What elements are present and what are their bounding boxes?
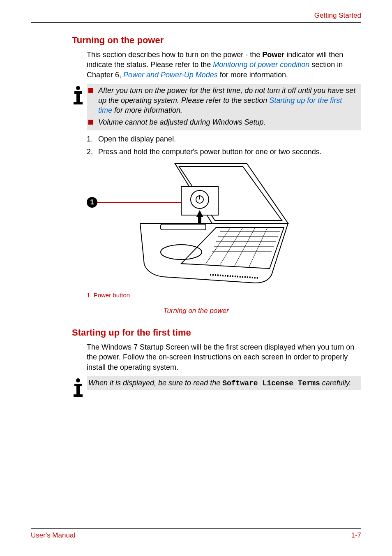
step-number: 1. (87, 134, 98, 145)
note-text: carefully. (320, 379, 351, 387)
svg-point-21 (76, 378, 80, 382)
figure-legend: 1. Power button (87, 292, 361, 299)
step-text: Press and hold the computer's power butt… (98, 146, 322, 158)
power-bold: Power (262, 51, 284, 59)
text: This section describes how to turn on th… (87, 51, 262, 59)
startup-paragraph: The Windows 7 Startup Screen will be the… (87, 342, 361, 372)
running-header: Getting Started (31, 12, 361, 20)
heading-starting-first-time: Starting up for the first time (72, 327, 361, 338)
note-text: When it is displayed, be sure to read th… (88, 379, 222, 387)
callout-badge: 1 (87, 197, 97, 208)
step-text: Open the display panel. (98, 134, 176, 145)
step-number: 2. (87, 146, 98, 158)
svg-point-0 (76, 86, 80, 90)
intro-paragraph: This section describes how to turn on th… (87, 50, 361, 80)
svg-rect-20 (198, 216, 201, 224)
link-power-modes[interactable]: Power and Power-Up Modes (123, 71, 218, 79)
steps-list: 1. Open the display panel. 2. Press and … (87, 134, 361, 158)
footer-left: User's Manual (31, 531, 75, 540)
note-text: Volume cannot be adjusted during Windows… (98, 117, 358, 127)
svg-rect-23 (76, 384, 80, 395)
footer-rule (31, 528, 361, 529)
page-footer: User's Manual 1-7 (31, 528, 361, 540)
link-monitoring-power[interactable]: Monitoring of power condition (213, 60, 309, 69)
svg-rect-2 (76, 91, 80, 103)
laptop-illustration (124, 162, 296, 287)
heading-turning-on-power: Turning on the power (72, 35, 361, 46)
info-icon (71, 378, 85, 400)
step-2: 2. Press and hold the computer's power b… (87, 146, 361, 158)
bullet-icon (88, 88, 93, 93)
note-bullet-2: Volume cannot be adjusted during Windows… (88, 117, 358, 127)
figure-caption: Turning on the power (31, 307, 361, 315)
info-note-block: After you turn on the power for the firs… (71, 84, 361, 130)
svg-rect-14 (161, 224, 206, 230)
text: for more information. (218, 71, 288, 79)
step-1: 1. Open the display panel. (87, 134, 361, 145)
note-content: After you turn on the power for the firs… (87, 84, 361, 130)
software-license-terms: Software License Terms (222, 379, 320, 387)
bullet-icon (88, 120, 93, 125)
svg-line-9 (206, 227, 231, 264)
page-number: 1-7 (351, 531, 361, 540)
svg-rect-24 (74, 394, 83, 397)
note-bullet-1: After you turn on the power for the firs… (88, 86, 358, 116)
svg-point-13 (161, 245, 202, 259)
header-rule (31, 22, 361, 23)
svg-rect-3 (74, 102, 83, 104)
info-icon (71, 86, 85, 107)
note-content: When it is displayed, be sure to read th… (87, 376, 361, 390)
note-text: for more information. (112, 106, 182, 114)
figure-power-button: 1 (87, 162, 361, 289)
svg-line-10 (220, 227, 243, 264)
info-note-block-2: When it is displayed, be sure to read th… (71, 376, 361, 400)
